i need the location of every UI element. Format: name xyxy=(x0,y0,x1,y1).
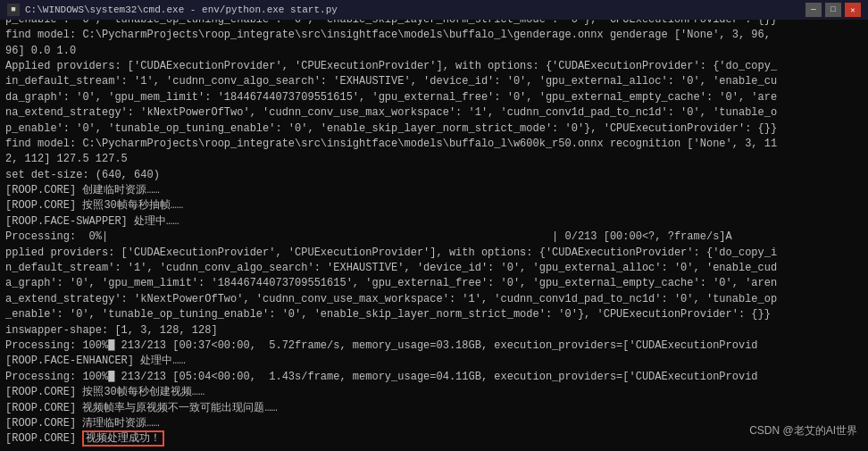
terminal-line: Applied providers: ['CUDAExecutionProvid… xyxy=(5,59,863,74)
terminal-line: Processing: 100%█ 213/213 [05:04<00:00, … xyxy=(5,370,863,385)
title-bar: ■ C:\WINDOWS\system32\cmd.exe - env/pyth… xyxy=(0,0,868,20)
terminal-line: 96] 0.0 1.0 xyxy=(5,44,863,59)
terminal-line: Processing: 100%█ 213/213 [00:37<00:00, … xyxy=(5,338,863,354)
terminal-line: [ROOP.FACE-ENHANCER] 处理中…… xyxy=(5,354,863,369)
terminal-line: find model: C:\PycharmProjects\roop_inte… xyxy=(5,137,863,152)
terminal-line: pplied providers: ['CUDAExecutionProvide… xyxy=(5,246,863,261)
terminal-line: in_default_stream': '1', 'cudnn_conv_alg… xyxy=(5,74,863,89)
terminal-line: [ROOP.CORE] 视频处理成功！ xyxy=(5,431,863,447)
terminal-line: p_enable': '0', 'tunable_op_tuning_enabl… xyxy=(5,20,863,28)
terminal-line: n_default_stream': '1', 'cudnn_conv_algo… xyxy=(5,261,863,276)
terminal-output: na_extend_strategy': 'kNextPowerOfTwo', … xyxy=(0,20,868,451)
minimize-button[interactable]: — xyxy=(805,3,822,17)
window-title: C:\WINDOWS\system32\cmd.exe - env/python… xyxy=(25,4,338,15)
terminal-line: [ROOP.FACE-SWAPPER] 处理中…… xyxy=(5,214,863,230)
terminal-line: set det-size: (640, 640) xyxy=(5,168,863,183)
window-controls: — □ ✕ xyxy=(805,3,861,17)
terminal-line: 2, 112] 127.5 127.5 xyxy=(5,152,863,167)
terminal-line: _enable': '0', 'tunable_op_tuning_enable… xyxy=(5,307,863,322)
success-message: 视频处理成功！ xyxy=(82,430,164,447)
terminal-line: [ROOP.CORE] 视频帧率与原视频不一致可能出现问题…… xyxy=(5,401,863,416)
maximize-button[interactable]: □ xyxy=(825,3,841,17)
title-bar-left: ■ C:\WINDOWS\system32\cmd.exe - env/pyth… xyxy=(7,4,338,16)
terminal-line: a_graph': '0', 'gpu_mem_limit': '1844674… xyxy=(5,276,863,291)
terminal-line: find model: C:\PycharmProjects\roop_inte… xyxy=(5,28,863,43)
terminal-line: [ROOP.CORE] 清理临时资源…… xyxy=(5,416,863,431)
terminal-line: na_extend_strategy': 'kNextPowerOfTwo', … xyxy=(5,105,863,121)
terminal-line: [ROOP.CORE] 按照30帧每秒创建视频…… xyxy=(5,385,863,400)
terminal-line: p_enable': '0', 'tunable_op_tuning_enabl… xyxy=(5,121,863,137)
close-button[interactable]: ✕ xyxy=(845,3,861,17)
terminal-line: Processing: 0%| | 0/213 [00:00<?, ?frame… xyxy=(5,230,863,245)
cmd-icon: ■ xyxy=(7,4,20,16)
terminal-line: da_graph': '0', 'gpu_mem_limit': '184467… xyxy=(5,90,863,105)
terminal-line: a_extend_strategy': 'kNextPowerOfTwo', '… xyxy=(5,292,863,307)
terminal-line: inswapper-shape: [1, 3, 128, 128] xyxy=(5,323,863,338)
terminal-line: [ROOP.CORE] 创建临时资源…… xyxy=(5,183,863,198)
terminal-line: [ROOP.CORE] 按照30帧每秒抽帧…… xyxy=(5,198,863,213)
